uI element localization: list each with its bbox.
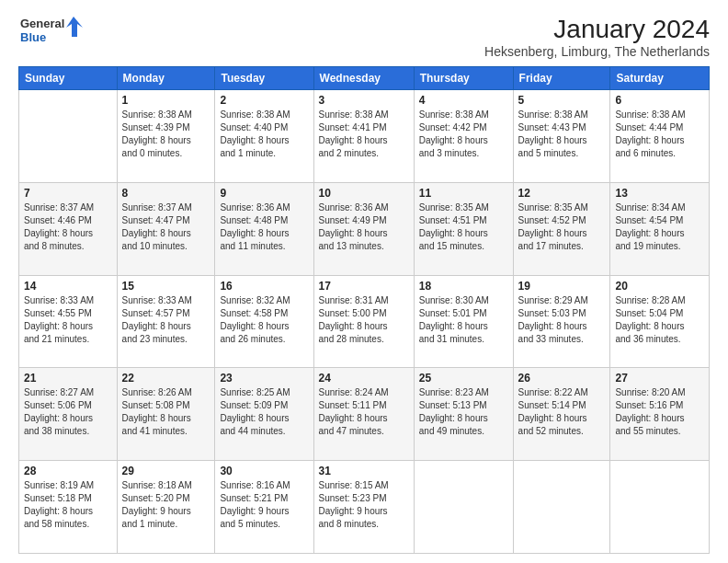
table-row: 30Sunrise: 8:16 AMSunset: 5:21 PMDayligh…	[215, 461, 313, 554]
logo-icon: GeneralBlue	[20, 15, 85, 44]
cell-content: Sunrise: 8:38 AMSunset: 4:42 PMDaylight:…	[419, 109, 508, 160]
col-sunday: Sunday	[19, 67, 118, 90]
header: GeneralBlue January 2024 Heksenberg, Lim…	[18, 15, 710, 59]
day-number: 13	[615, 187, 704, 200]
table-row: 21Sunrise: 8:27 AMSunset: 5:06 PMDayligh…	[19, 368, 118, 461]
day-number: 7	[24, 187, 112, 200]
col-wednesday: Wednesday	[313, 67, 414, 90]
table-row: 31Sunrise: 8:15 AMSunset: 5:23 PMDayligh…	[313, 461, 414, 554]
calendar-week-row: 1Sunrise: 8:38 AMSunset: 4:39 PMDaylight…	[19, 90, 710, 183]
cell-content: Sunrise: 8:22 AMSunset: 5:14 PMDaylight:…	[518, 386, 606, 438]
table-row: 5Sunrise: 8:38 AMSunset: 4:43 PMDaylight…	[513, 90, 610, 183]
day-number: 30	[220, 465, 308, 477]
cell-content: Sunrise: 8:38 AMSunset: 4:44 PMDaylight:…	[615, 109, 704, 160]
day-number: 25	[419, 372, 508, 385]
cell-content: Sunrise: 8:15 AMSunset: 5:23 PMDaylight:…	[319, 479, 409, 531]
day-number: 20	[615, 280, 704, 293]
table-row: 6Sunrise: 8:38 AMSunset: 4:44 PMDaylight…	[610, 90, 710, 183]
cell-content: Sunrise: 8:29 AMSunset: 5:03 PMDaylight:…	[518, 294, 606, 346]
cell-content: Sunrise: 8:38 AMSunset: 4:40 PMDaylight:…	[220, 109, 308, 160]
table-row: 17Sunrise: 8:31 AMSunset: 5:00 PMDayligh…	[313, 275, 414, 368]
col-saturday: Saturday	[610, 67, 710, 90]
cell-content: Sunrise: 8:26 AMSunset: 5:08 PMDaylight:…	[122, 386, 210, 438]
table-row: 25Sunrise: 8:23 AMSunset: 5:13 PMDayligh…	[414, 368, 513, 461]
calendar-week-row: 28Sunrise: 8:19 AMSunset: 5:18 PMDayligh…	[19, 461, 710, 554]
table-row: 29Sunrise: 8:18 AMSunset: 5:20 PMDayligh…	[117, 461, 215, 554]
day-number: 29	[122, 465, 210, 477]
day-number: 14	[24, 280, 112, 293]
cell-content: Sunrise: 8:35 AMSunset: 4:51 PMDaylight:…	[419, 201, 508, 253]
table-row: 28Sunrise: 8:19 AMSunset: 5:18 PMDayligh…	[19, 461, 118, 554]
cell-content: Sunrise: 8:38 AMSunset: 4:41 PMDaylight:…	[319, 109, 409, 160]
day-number: 27	[615, 372, 704, 385]
calendar-week-row: 7Sunrise: 8:37 AMSunset: 4:46 PMDaylight…	[19, 182, 710, 275]
day-number: 1	[122, 94, 210, 107]
table-row: 27Sunrise: 8:20 AMSunset: 5:16 PMDayligh…	[610, 368, 710, 461]
day-number: 5	[518, 94, 606, 107]
cell-content: Sunrise: 8:37 AMSunset: 4:47 PMDaylight:…	[122, 201, 210, 253]
page: GeneralBlue January 2024 Heksenberg, Lim…	[0, 0, 728, 563]
cell-content: Sunrise: 8:18 AMSunset: 5:20 PMDaylight:…	[122, 479, 210, 531]
day-number: 23	[220, 372, 308, 385]
col-friday: Friday	[513, 67, 610, 90]
day-number: 3	[319, 94, 409, 107]
col-thursday: Thursday	[414, 67, 513, 90]
cell-content: Sunrise: 8:35 AMSunset: 4:52 PMDaylight:…	[518, 201, 606, 253]
table-row: 11Sunrise: 8:35 AMSunset: 4:51 PMDayligh…	[414, 182, 513, 275]
cell-content: Sunrise: 8:38 AMSunset: 4:43 PMDaylight:…	[518, 109, 606, 160]
table-row: 12Sunrise: 8:35 AMSunset: 4:52 PMDayligh…	[513, 182, 610, 275]
table-row: 23Sunrise: 8:25 AMSunset: 5:09 PMDayligh…	[215, 368, 313, 461]
table-row: 20Sunrise: 8:28 AMSunset: 5:04 PMDayligh…	[610, 275, 710, 368]
table-row: 22Sunrise: 8:26 AMSunset: 5:08 PMDayligh…	[117, 368, 215, 461]
table-row: 16Sunrise: 8:32 AMSunset: 4:58 PMDayligh…	[215, 275, 313, 368]
table-row: 18Sunrise: 8:30 AMSunset: 5:01 PMDayligh…	[414, 275, 513, 368]
table-row: 14Sunrise: 8:33 AMSunset: 4:55 PMDayligh…	[19, 275, 118, 368]
day-number: 10	[319, 187, 409, 200]
cell-content: Sunrise: 8:16 AMSunset: 5:21 PMDaylight:…	[220, 479, 308, 531]
logo: GeneralBlue	[18, 15, 85, 44]
cell-content: Sunrise: 8:33 AMSunset: 4:57 PMDaylight:…	[122, 294, 210, 346]
cell-content: Sunrise: 8:38 AMSunset: 4:39 PMDaylight:…	[122, 109, 210, 160]
cell-content: Sunrise: 8:34 AMSunset: 4:54 PMDaylight:…	[615, 201, 704, 253]
cell-content: Sunrise: 8:31 AMSunset: 5:00 PMDaylight:…	[319, 294, 409, 346]
day-number: 19	[518, 280, 606, 293]
cell-content: Sunrise: 8:20 AMSunset: 5:16 PMDaylight:…	[615, 386, 704, 438]
table-row: 24Sunrise: 8:24 AMSunset: 5:11 PMDayligh…	[313, 368, 414, 461]
day-number: 12	[518, 187, 606, 200]
col-monday: Monday	[117, 67, 215, 90]
day-number: 26	[518, 372, 606, 385]
subtitle: Heksenberg, Limburg, The Netherlands	[484, 44, 710, 59]
table-row: 15Sunrise: 8:33 AMSunset: 4:57 PMDayligh…	[117, 275, 215, 368]
cell-content: Sunrise: 8:33 AMSunset: 4:55 PMDaylight:…	[24, 294, 112, 346]
day-number: 21	[24, 372, 112, 385]
table-row: 1Sunrise: 8:38 AMSunset: 4:39 PMDaylight…	[117, 90, 215, 183]
cell-content: Sunrise: 8:23 AMSunset: 5:13 PMDaylight:…	[419, 386, 508, 438]
cell-content: Sunrise: 8:36 AMSunset: 4:48 PMDaylight:…	[220, 201, 308, 253]
day-number: 24	[319, 372, 409, 385]
table-row	[414, 461, 513, 554]
table-row	[610, 461, 710, 554]
cell-content: Sunrise: 8:30 AMSunset: 5:01 PMDaylight:…	[419, 294, 508, 346]
cell-content: Sunrise: 8:37 AMSunset: 4:46 PMDaylight:…	[24, 201, 112, 253]
table-row: 2Sunrise: 8:38 AMSunset: 4:40 PMDaylight…	[215, 90, 313, 183]
cell-content: Sunrise: 8:32 AMSunset: 4:58 PMDaylight:…	[220, 294, 308, 346]
cell-content: Sunrise: 8:28 AMSunset: 5:04 PMDaylight:…	[615, 294, 704, 346]
cell-content: Sunrise: 8:19 AMSunset: 5:18 PMDaylight:…	[24, 479, 112, 531]
col-tuesday: Tuesday	[215, 67, 313, 90]
cell-content: Sunrise: 8:25 AMSunset: 5:09 PMDaylight:…	[220, 386, 308, 438]
svg-text:Blue: Blue	[20, 30, 46, 44]
title-block: January 2024 Heksenberg, Limburg, The Ne…	[484, 15, 710, 59]
svg-text:General: General	[20, 17, 64, 30]
day-number: 15	[122, 280, 210, 293]
table-row: 19Sunrise: 8:29 AMSunset: 5:03 PMDayligh…	[513, 275, 610, 368]
day-number: 28	[24, 465, 112, 477]
table-row: 8Sunrise: 8:37 AMSunset: 4:47 PMDaylight…	[117, 182, 215, 275]
day-number: 22	[122, 372, 210, 385]
svg-marker-2	[66, 17, 83, 37]
table-row: 26Sunrise: 8:22 AMSunset: 5:14 PMDayligh…	[513, 368, 610, 461]
day-number: 9	[220, 187, 308, 200]
cell-content: Sunrise: 8:27 AMSunset: 5:06 PMDaylight:…	[24, 386, 112, 438]
day-number: 4	[419, 94, 508, 107]
calendar-table: Sunday Monday Tuesday Wednesday Thursday…	[18, 66, 710, 554]
day-number: 11	[419, 187, 508, 200]
